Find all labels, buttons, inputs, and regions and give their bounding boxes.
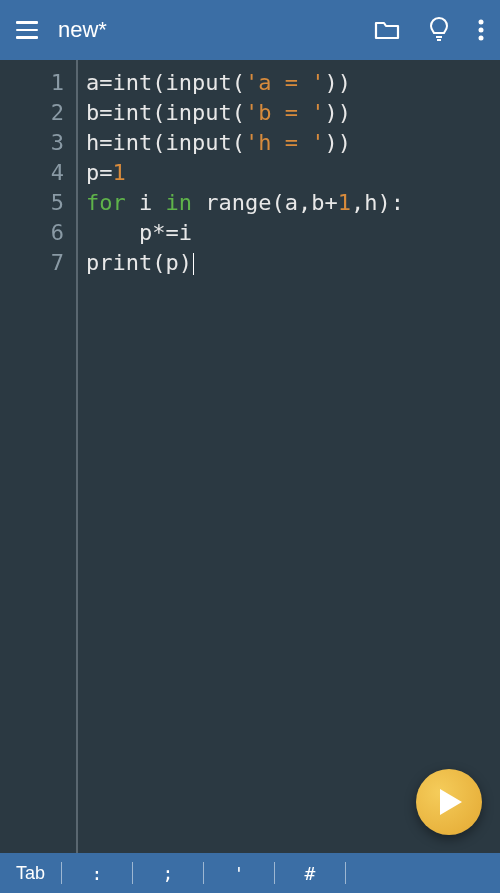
semicolon-key[interactable]: ; bbox=[133, 853, 203, 893]
quote-key[interactable]: ' bbox=[204, 853, 274, 893]
header-right bbox=[374, 16, 484, 44]
lightbulb-icon[interactable] bbox=[428, 16, 450, 44]
header-left: new* bbox=[16, 17, 107, 43]
code-area[interactable]: a=int(input('a = '))b=int(input('b = '))… bbox=[78, 60, 500, 853]
line-number: 6 bbox=[0, 218, 76, 248]
svg-point-4 bbox=[479, 36, 484, 41]
shortcut-bar: Tab : ; ' # bbox=[0, 853, 500, 893]
line-number: 4 bbox=[0, 158, 76, 188]
menu-icon[interactable] bbox=[16, 21, 38, 39]
app-header: new* bbox=[0, 0, 500, 60]
code-line[interactable]: a=int(input('a = ')) bbox=[86, 68, 500, 98]
tab-key[interactable]: Tab bbox=[0, 853, 61, 893]
folder-icon[interactable] bbox=[374, 19, 400, 41]
line-number: 7 bbox=[0, 248, 76, 278]
svg-point-3 bbox=[479, 28, 484, 33]
code-line[interactable]: b=int(input('b = ')) bbox=[86, 98, 500, 128]
colon-key[interactable]: : bbox=[62, 853, 132, 893]
more-icon[interactable] bbox=[478, 18, 484, 42]
file-title: new* bbox=[58, 17, 107, 43]
hash-key[interactable]: # bbox=[275, 853, 345, 893]
code-line[interactable]: p=1 bbox=[86, 158, 500, 188]
svg-marker-5 bbox=[440, 789, 462, 815]
line-number: 2 bbox=[0, 98, 76, 128]
code-editor[interactable]: 1234567 a=int(input('a = '))b=int(input(… bbox=[0, 60, 500, 853]
run-button[interactable] bbox=[416, 769, 482, 835]
code-line[interactable]: h=int(input('h = ')) bbox=[86, 128, 500, 158]
svg-point-2 bbox=[479, 20, 484, 25]
code-line[interactable]: print(p) bbox=[86, 248, 500, 278]
line-number: 1 bbox=[0, 68, 76, 98]
line-number: 3 bbox=[0, 128, 76, 158]
code-line[interactable]: p*=i bbox=[86, 218, 500, 248]
code-line[interactable]: for i in range(a,b+1,h): bbox=[86, 188, 500, 218]
text-cursor bbox=[193, 253, 195, 275]
line-number: 5 bbox=[0, 188, 76, 218]
line-gutter: 1234567 bbox=[0, 60, 78, 853]
